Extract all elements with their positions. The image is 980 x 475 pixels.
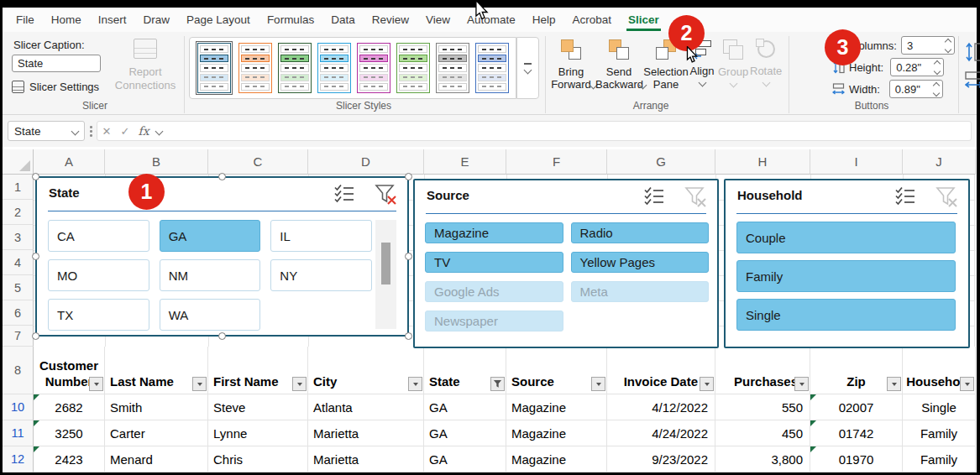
slicer-item-selected[interactable]: Radio [571, 222, 710, 243]
name-box[interactable]: State [8, 121, 85, 141]
column-header-i[interactable]: I [810, 149, 903, 175]
resize-handle[interactable] [405, 173, 412, 180]
table-cell[interactable]: 4/12/2022 [607, 394, 715, 420]
slicer-style-thumbnail[interactable] [436, 43, 469, 93]
table-cell[interactable]: Family [903, 446, 976, 472]
stepper-up-icon[interactable] [933, 81, 940, 88]
tab-insert[interactable]: Insert [98, 13, 127, 26]
stepper-down-icon[interactable] [945, 45, 951, 52]
table-cell[interactable]: Smith [105, 394, 208, 420]
tab-formulas[interactable]: Formulas [267, 13, 314, 26]
row-header-8[interactable]: 8 [3, 347, 34, 394]
slicer-item-selected[interactable]: TV [425, 252, 563, 273]
tab-home[interactable]: Home [51, 13, 81, 26]
slicer-item-selected[interactable]: Couple [736, 222, 956, 253]
tab-review[interactable]: Review [372, 13, 409, 26]
slicer-item-selected[interactable]: Magazine [425, 222, 563, 243]
slicer-style-thumbnail[interactable] [197, 43, 231, 93]
row-header-7[interactable]: 7 [3, 326, 34, 347]
slicer-style-thumbnail[interactable] [396, 43, 430, 93]
table-cell[interactable]: 01970 [810, 446, 903, 472]
multi-select-icon[interactable] [333, 184, 355, 204]
table-cell[interactable]: Marietta [308, 420, 424, 446]
tab-data[interactable]: Data [331, 13, 355, 26]
table-cell[interactable]: Single [903, 394, 976, 420]
filter-dropdown-button[interactable] [887, 377, 901, 391]
column-header-c[interactable]: C [208, 149, 308, 175]
table-header-zip[interactable]: Zip [810, 347, 903, 394]
slicer-item-no-data[interactable]: Google Ads [425, 281, 563, 302]
row-header-1[interactable]: 1 [3, 175, 34, 200]
slicer-item[interactable]: WA [160, 299, 261, 331]
slicer-item-selected[interactable]: Single [736, 299, 956, 331]
table-cell[interactable]: Marietta [308, 446, 424, 472]
slicer-item[interactable]: TX [48, 299, 149, 331]
table-cell[interactable]: 3250 [34, 420, 105, 446]
stepper-down-icon[interactable] [934, 67, 941, 74]
table-cell[interactable]: GA [424, 420, 506, 446]
filter-dropdown-button[interactable] [89, 377, 103, 391]
slicer-item-selected[interactable]: Family [736, 260, 956, 292]
table-cell[interactable]: Carter [105, 420, 208, 446]
resize-handle[interactable] [32, 253, 39, 260]
table-cell[interactable]: Atlanta [308, 394, 424, 420]
slicer-state[interactable]: State CA GA IL MO NM NY TX WA [35, 176, 409, 337]
slicer-item[interactable]: NM [160, 259, 261, 291]
table-cell[interactable]: 2682 [34, 394, 105, 420]
row-header-4[interactable]: 4 [3, 250, 34, 275]
slicer-style-thumbnail[interactable] [317, 43, 351, 93]
stepper-up-icon[interactable] [945, 38, 951, 44]
enter-icon[interactable]: ✓ [116, 125, 134, 138]
gallery-more-button[interactable] [516, 37, 539, 99]
row-header-2[interactable]: 2 [3, 200, 34, 225]
row-header-5[interactable]: 5 [3, 275, 34, 300]
column-header-g[interactable]: G [607, 149, 715, 175]
column-header-e[interactable]: E [424, 149, 506, 175]
slicer-household[interactable]: Household Couple Family Single [724, 179, 970, 348]
row-header-12-filtered[interactable]: 12 [3, 446, 34, 472]
slicer-style-thumbnail[interactable] [278, 43, 312, 93]
slicer-settings-button[interactable]: Slicer Settings [12, 81, 99, 93]
table-header-customer-number[interactable]: Customer Number [34, 347, 105, 394]
column-header-a[interactable]: A [34, 149, 105, 175]
tab-draw[interactable]: Draw [144, 13, 170, 26]
table-cell[interactable]: Magazine [506, 420, 607, 446]
table-cell[interactable]: Magazine [506, 446, 607, 472]
multi-select-icon[interactable] [643, 186, 665, 206]
resize-handle[interactable] [218, 332, 226, 340]
tab-acrobat[interactable]: Acrobat [573, 13, 612, 26]
stepper-down-icon[interactable] [933, 89, 940, 96]
filter-dropdown-button[interactable] [591, 377, 605, 391]
slicer-item-no-data[interactable]: Meta [571, 281, 710, 302]
tab-page-layout[interactable]: Page Layout [186, 13, 250, 26]
slicer-style-thumbnail[interactable] [475, 43, 509, 93]
slicer-style-thumbnail[interactable] [238, 43, 272, 93]
tab-help[interactable]: Help [532, 13, 556, 26]
table-header-household[interactable]: Household [903, 347, 976, 394]
size-width-icon[interactable] [965, 70, 980, 91]
table-cell[interactable]: 2423 [34, 446, 105, 472]
slicer-item[interactable]: MO [48, 259, 149, 291]
table-cell[interactable]: Menard [105, 446, 208, 472]
table-cell[interactable]: 3,800 [715, 446, 810, 472]
table-header-city[interactable]: City [308, 347, 424, 394]
formula-bar-grip[interactable] [90, 126, 92, 137]
multi-select-icon[interactable] [894, 186, 916, 206]
filter-dropdown-button[interactable] [292, 377, 307, 391]
resize-handle[interactable] [405, 253, 412, 260]
filter-dropdown-button[interactable] [960, 377, 974, 391]
column-header-j[interactable]: J [903, 149, 976, 175]
table-cell[interactable]: 01742 [810, 420, 903, 446]
clear-filter-icon[interactable] [375, 184, 397, 206]
report-connections-button[interactable]: Report Connections [110, 37, 181, 109]
filter-dropdown-button[interactable] [408, 377, 422, 391]
table-header-source[interactable]: Source [506, 347, 607, 394]
slicer-item-selected[interactable]: GA [160, 220, 261, 252]
scrollbar-thumb[interactable] [381, 243, 390, 284]
table-cell[interactable]: Steve [208, 394, 308, 420]
filter-dropdown-button[interactable] [192, 377, 207, 391]
resize-handle[interactable] [405, 332, 412, 340]
table-cell[interactable]: GA [424, 394, 506, 420]
table-header-purchases[interactable]: Purchases [715, 347, 810, 394]
filter-dropdown-button[interactable] [700, 377, 714, 391]
